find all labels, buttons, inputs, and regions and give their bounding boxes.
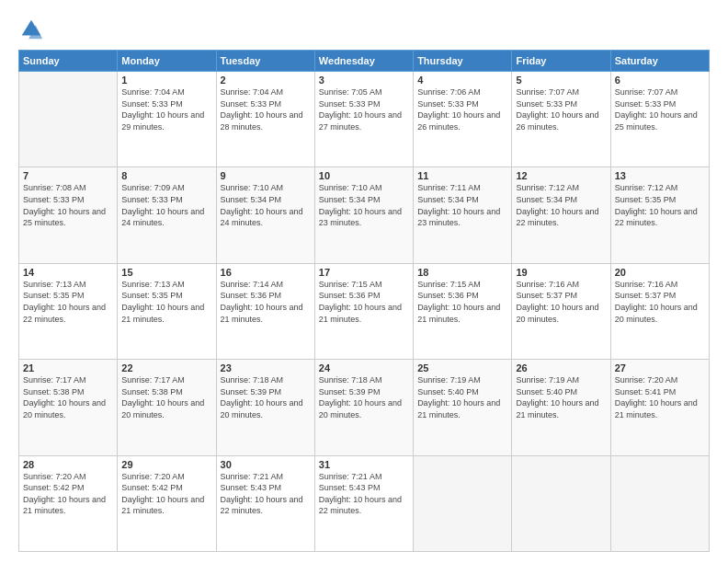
calendar-day-cell: 4Sunrise: 7:06 AMSunset: 5:33 PMDaylight… — [414, 72, 512, 167]
day-detail: Sunrise: 7:17 AMSunset: 5:38 PMDaylight:… — [23, 374, 113, 420]
day-detail: Sunrise: 7:04 AMSunset: 5:33 PMDaylight:… — [121, 86, 211, 132]
calendar-week-row: 7Sunrise: 7:08 AMSunset: 5:33 PMDaylight… — [19, 167, 710, 263]
calendar-day-cell: 19Sunrise: 7:16 AMSunset: 5:37 PMDayligh… — [512, 263, 610, 359]
day-detail: Sunrise: 7:17 AMSunset: 5:38 PMDaylight:… — [121, 374, 211, 420]
calendar-day-cell: 11Sunrise: 7:11 AMSunset: 5:34 PMDayligh… — [414, 167, 512, 263]
calendar-day-cell: 31Sunrise: 7:21 AMSunset: 5:43 PMDayligh… — [314, 455, 413, 551]
calendar-day-cell — [19, 72, 118, 167]
calendar-day-cell: 14Sunrise: 7:13 AMSunset: 5:35 PMDayligh… — [19, 263, 118, 359]
day-number: 12 — [516, 170, 606, 181]
day-number: 4 — [417, 75, 507, 86]
day-number: 24 — [319, 362, 409, 373]
day-detail: Sunrise: 7:11 AMSunset: 5:34 PMDaylight:… — [417, 182, 507, 228]
calendar-day-cell — [610, 455, 709, 551]
calendar-day-header: Tuesday — [216, 51, 314, 72]
calendar-day-cell: 10Sunrise: 7:10 AMSunset: 5:34 PMDayligh… — [314, 167, 413, 263]
day-detail: Sunrise: 7:13 AMSunset: 5:35 PMDaylight:… — [121, 279, 211, 325]
calendar-day-cell — [512, 455, 610, 551]
day-number: 25 — [417, 362, 507, 373]
day-number: 30 — [221, 459, 311, 470]
day-detail: Sunrise: 7:16 AMSunset: 5:37 PMDaylight:… — [516, 279, 606, 325]
day-number: 29 — [121, 459, 211, 470]
calendar-day-cell: 6Sunrise: 7:07 AMSunset: 5:33 PMDaylight… — [610, 72, 709, 167]
day-detail: Sunrise: 7:21 AMSunset: 5:43 PMDaylight:… — [319, 471, 409, 517]
calendar-day-cell — [414, 455, 512, 551]
calendar-week-row: 1Sunrise: 7:04 AMSunset: 5:33 PMDaylight… — [19, 72, 710, 167]
day-detail: Sunrise: 7:08 AMSunset: 5:33 PMDaylight:… — [23, 182, 113, 228]
day-detail: Sunrise: 7:19 AMSunset: 5:40 PMDaylight:… — [516, 374, 606, 420]
calendar-day-cell: 3Sunrise: 7:05 AMSunset: 5:33 PMDaylight… — [314, 72, 413, 167]
day-number: 31 — [319, 459, 409, 470]
day-number: 27 — [615, 362, 705, 373]
day-number: 23 — [221, 362, 311, 373]
calendar-header-row: SundayMondayTuesdayWednesdayThursdayFrid… — [19, 51, 710, 72]
day-detail: Sunrise: 7:20 AMSunset: 5:41 PMDaylight:… — [615, 374, 705, 420]
day-number: 10 — [319, 170, 409, 181]
day-detail: Sunrise: 7:05 AMSunset: 5:33 PMDaylight:… — [319, 86, 409, 132]
day-detail: Sunrise: 7:10 AMSunset: 5:34 PMDaylight:… — [221, 182, 311, 228]
calendar-day-cell: 2Sunrise: 7:04 AMSunset: 5:33 PMDaylight… — [216, 72, 314, 167]
calendar-day-cell: 30Sunrise: 7:21 AMSunset: 5:43 PMDayligh… — [216, 455, 314, 551]
calendar-week-row: 14Sunrise: 7:13 AMSunset: 5:35 PMDayligh… — [19, 263, 710, 359]
calendar-day-cell: 23Sunrise: 7:18 AMSunset: 5:39 PMDayligh… — [216, 360, 314, 455]
day-detail: Sunrise: 7:18 AMSunset: 5:39 PMDaylight:… — [319, 374, 409, 420]
calendar-day-cell: 12Sunrise: 7:12 AMSunset: 5:34 PMDayligh… — [512, 167, 610, 263]
calendar-day-cell: 9Sunrise: 7:10 AMSunset: 5:34 PMDaylight… — [216, 167, 314, 263]
day-number: 19 — [516, 267, 606, 278]
page: SundayMondayTuesdayWednesdayThursdayFrid… — [0, 0, 728, 563]
calendar-day-cell: 20Sunrise: 7:16 AMSunset: 5:37 PMDayligh… — [610, 263, 709, 359]
calendar-day-header: Sunday — [19, 51, 118, 72]
day-number: 7 — [23, 170, 113, 181]
day-detail: Sunrise: 7:16 AMSunset: 5:37 PMDaylight:… — [615, 279, 705, 325]
day-number: 21 — [23, 362, 113, 373]
calendar-day-cell: 28Sunrise: 7:20 AMSunset: 5:42 PMDayligh… — [19, 455, 118, 551]
calendar-day-cell: 26Sunrise: 7:19 AMSunset: 5:40 PMDayligh… — [512, 360, 610, 455]
day-detail: Sunrise: 7:13 AMSunset: 5:35 PMDaylight:… — [23, 279, 113, 325]
day-detail: Sunrise: 7:20 AMSunset: 5:42 PMDaylight:… — [23, 471, 113, 517]
day-number: 8 — [121, 170, 211, 181]
calendar-day-cell: 7Sunrise: 7:08 AMSunset: 5:33 PMDaylight… — [19, 167, 118, 263]
day-detail: Sunrise: 7:21 AMSunset: 5:43 PMDaylight:… — [221, 471, 311, 517]
logo — [18, 17, 48, 42]
day-number: 22 — [121, 362, 211, 373]
calendar-day-cell: 17Sunrise: 7:15 AMSunset: 5:36 PMDayligh… — [314, 263, 413, 359]
calendar-day-cell: 16Sunrise: 7:14 AMSunset: 5:36 PMDayligh… — [216, 263, 314, 359]
day-number: 2 — [221, 75, 311, 86]
day-detail: Sunrise: 7:06 AMSunset: 5:33 PMDaylight:… — [417, 86, 507, 132]
day-detail: Sunrise: 7:07 AMSunset: 5:33 PMDaylight:… — [516, 86, 606, 132]
calendar-day-cell: 21Sunrise: 7:17 AMSunset: 5:38 PMDayligh… — [19, 360, 118, 455]
calendar-day-header: Monday — [118, 51, 216, 72]
day-number: 9 — [221, 170, 311, 181]
calendar-day-header: Thursday — [414, 51, 512, 72]
day-number: 16 — [221, 267, 311, 278]
calendar-day-cell: 1Sunrise: 7:04 AMSunset: 5:33 PMDaylight… — [118, 72, 216, 167]
day-detail: Sunrise: 7:14 AMSunset: 5:36 PMDaylight:… — [221, 279, 311, 325]
day-detail: Sunrise: 7:20 AMSunset: 5:42 PMDaylight:… — [121, 471, 211, 517]
day-detail: Sunrise: 7:04 AMSunset: 5:33 PMDaylight:… — [221, 86, 311, 132]
day-number: 14 — [23, 267, 113, 278]
day-detail: Sunrise: 7:10 AMSunset: 5:34 PMDaylight:… — [319, 182, 409, 228]
day-detail: Sunrise: 7:18 AMSunset: 5:39 PMDaylight:… — [221, 374, 311, 420]
day-number: 5 — [516, 75, 606, 86]
day-number: 28 — [23, 459, 113, 470]
day-number: 18 — [417, 267, 507, 278]
day-number: 15 — [121, 267, 211, 278]
day-detail: Sunrise: 7:12 AMSunset: 5:34 PMDaylight:… — [516, 182, 606, 228]
day-detail: Sunrise: 7:19 AMSunset: 5:40 PMDaylight:… — [417, 374, 507, 420]
day-number: 13 — [615, 170, 705, 181]
calendar-day-header: Friday — [512, 51, 610, 72]
calendar-day-cell: 27Sunrise: 7:20 AMSunset: 5:41 PMDayligh… — [610, 360, 709, 455]
calendar-day-cell: 13Sunrise: 7:12 AMSunset: 5:35 PMDayligh… — [610, 167, 709, 263]
calendar-day-cell: 15Sunrise: 7:13 AMSunset: 5:35 PMDayligh… — [118, 263, 216, 359]
calendar-day-cell: 24Sunrise: 7:18 AMSunset: 5:39 PMDayligh… — [314, 360, 413, 455]
calendar-day-header: Saturday — [610, 51, 709, 72]
header — [18, 17, 710, 42]
calendar-table: SundayMondayTuesdayWednesdayThursdayFrid… — [18, 50, 710, 552]
calendar-day-cell: 18Sunrise: 7:15 AMSunset: 5:36 PMDayligh… — [414, 263, 512, 359]
day-number: 20 — [615, 267, 705, 278]
calendar-day-cell: 29Sunrise: 7:20 AMSunset: 5:42 PMDayligh… — [118, 455, 216, 551]
calendar-week-row: 21Sunrise: 7:17 AMSunset: 5:38 PMDayligh… — [19, 360, 710, 455]
day-number: 17 — [319, 267, 409, 278]
day-detail: Sunrise: 7:15 AMSunset: 5:36 PMDaylight:… — [319, 279, 409, 325]
day-detail: Sunrise: 7:12 AMSunset: 5:35 PMDaylight:… — [615, 182, 705, 228]
